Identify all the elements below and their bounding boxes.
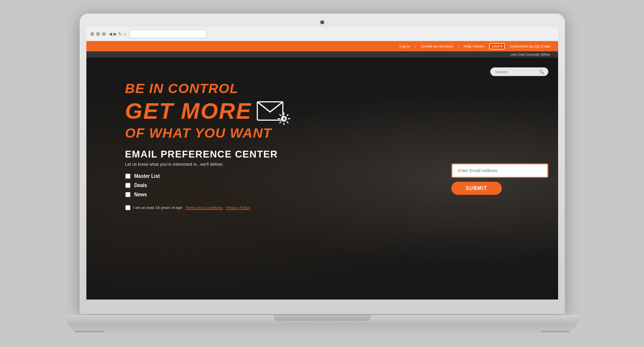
laptop-base — [65, 315, 579, 333]
gear-icon — [277, 112, 291, 126]
browser-dot-1 — [90, 32, 94, 36]
svg-point-2 — [282, 117, 285, 120]
livechat-status: Live Chat Currently Offline — [511, 53, 550, 56]
search-container: 🔍 — [125, 67, 548, 76]
country-selector[interactable]: USA ▾ — [489, 43, 505, 49]
master-list-item[interactable]: Master List — [125, 174, 437, 179]
news-label: News — [134, 192, 147, 197]
browser-dot-3 — [102, 32, 106, 36]
forward-button[interactable]: ▶ — [114, 32, 117, 36]
age-text: I am at least 18 years of age — [133, 205, 182, 210]
laptop-foot-right — [541, 331, 570, 332]
browser-dots — [90, 32, 106, 36]
age-label: I am at least 18 years of age Terms and … — [133, 205, 250, 210]
news-item[interactable]: News — [125, 192, 437, 197]
news-checkbox[interactable] — [125, 192, 131, 197]
webcam — [320, 20, 324, 24]
hero-line-2: GET MORE — [125, 96, 548, 126]
customize-zip-link[interactable]: Customize by Zip Code — [510, 44, 550, 48]
search-icon[interactable]: 🔍 — [539, 69, 544, 74]
privacy-link[interactable]: Privacy Policy — [226, 205, 250, 210]
deals-label: Deals — [134, 183, 148, 188]
terms-link[interactable]: Terms and Conditions — [185, 205, 223, 210]
section-subtitle: Let us know what you're interested in...… — [125, 162, 437, 167]
search-input[interactable] — [495, 70, 537, 74]
refresh-button[interactable]: ↻ — [118, 32, 122, 36]
create-account-link[interactable]: Create an Account — [421, 44, 453, 48]
checkbox-list: Master List Deals News — [125, 174, 437, 197]
email-input[interactable] — [451, 163, 548, 178]
hero-line-3: OF WHAT YOU WANT — [125, 126, 548, 141]
laptop-foot-left — [75, 331, 104, 332]
hero-line-1: BE IN CONTROL — [125, 81, 548, 96]
country-label: USA — [492, 44, 499, 48]
email-icon-container — [257, 96, 291, 126]
section-title: EMAIL PREFERENCE CENTER — [125, 149, 437, 160]
browser-nav: ◀ ▶ ↻ ⌂ — [109, 32, 126, 36]
master-list-label: Master List — [134, 174, 160, 179]
back-button[interactable]: ◀ — [109, 32, 112, 36]
address-bar[interactable] — [129, 30, 207, 38]
browser-window: ◀ ▶ ↻ ⌂ Log In | Create an Account | Hel… — [86, 27, 558, 300]
deals-item[interactable]: Deals — [125, 183, 437, 188]
home-button[interactable]: ⌂ — [124, 32, 126, 36]
help-center-link[interactable]: Help Center — [463, 44, 484, 48]
master-list-checkbox[interactable] — [125, 174, 131, 179]
preference-left: EMAIL PREFERENCE CENTER Let us know what… — [125, 149, 437, 210]
browser-dot-2 — [96, 32, 100, 36]
preference-section: EMAIL PREFERENCE CENTER Let us know what… — [125, 149, 548, 210]
age-row: I am at least 18 years of age Terms and … — [125, 205, 437, 210]
website-content: Log In | Create an Account | Help Center… — [86, 41, 558, 300]
search-bar: 🔍 — [490, 67, 548, 76]
country-chevron-icon: ▾ — [500, 44, 502, 48]
hero-headline: BE IN CONTROL GET MORE — [125, 81, 548, 141]
login-link[interactable]: Log In — [399, 44, 410, 48]
age-checkbox[interactable] — [125, 205, 131, 210]
deals-checkbox[interactable] — [125, 183, 131, 188]
laptop-frame: ◀ ▶ ↻ ⌂ Log In | Create an Account | Hel… — [80, 14, 565, 333]
submit-button[interactable]: Submit — [451, 182, 502, 195]
hero-content: 🔍 BE IN CONTROL GET MORE — [86, 58, 558, 300]
utility-bar: Log In | Create an Account | Help Center… — [86, 41, 558, 51]
browser-chrome: ◀ ▶ ↻ ⌂ — [86, 27, 558, 41]
preference-right: Submit — [451, 149, 548, 195]
hero-section: 🔍 BE IN CONTROL GET MORE — [86, 58, 558, 300]
divider-1: | — [415, 44, 416, 48]
laptop-hinge — [274, 315, 371, 321]
laptop-screen-body: ◀ ▶ ↻ ⌂ Log In | Create an Account | Hel… — [80, 14, 565, 314]
divider-2: | — [458, 44, 459, 48]
livechat-bar: Live Chat Currently Offline — [86, 51, 558, 58]
hero-line-2-text: GET MORE — [125, 98, 252, 124]
